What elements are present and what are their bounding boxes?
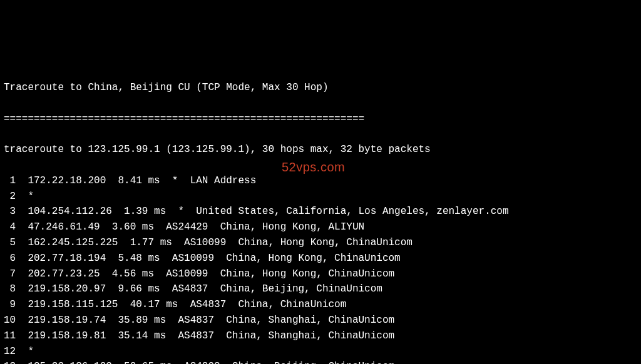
hop-row: 5 162.245.125.225 1.77 ms AS10099 China,… bbox=[4, 235, 637, 251]
hop-row: 11 219.158.19.81 35.14 ms AS4837 China, … bbox=[4, 328, 637, 344]
title-line: Traceroute to China, Beijing CU (TCP Mod… bbox=[4, 80, 637, 96]
hop-row: 1 172.22.18.200 8.41 ms * LAN Address bbox=[4, 173, 637, 189]
hop-row: 8 219.158.20.97 9.66 ms AS4837 China, Be… bbox=[4, 281, 637, 297]
hop-row: 4 47.246.61.49 3.60 ms AS24429 China, Ho… bbox=[4, 220, 637, 235]
hop-row: 6 202.77.18.194 5.48 ms AS10099 China, H… bbox=[4, 251, 637, 266]
divider-line: ========================================… bbox=[4, 111, 637, 127]
hop-row: 9 219.158.115.125 40.17 ms AS4837 China,… bbox=[4, 297, 637, 313]
hop-row: 3 104.254.112.26 1.39 ms * United States… bbox=[4, 204, 637, 220]
hop-row: 13 125.33.186.122 52.65 ms AS4808 China,… bbox=[4, 359, 637, 364]
hop-list: 1 172.22.18.200 8.41 ms * LAN Address 2 … bbox=[4, 173, 637, 364]
hop-row: 12 * bbox=[4, 344, 637, 360]
summary-line: traceroute to 123.125.99.1 (123.125.99.1… bbox=[4, 142, 637, 158]
hop-row: 10 219.158.19.74 35.89 ms AS4837 China, … bbox=[4, 313, 637, 328]
terminal-output: Traceroute to China, Beijing CU (TCP Mod… bbox=[4, 64, 637, 364]
hop-row: 2 * bbox=[4, 189, 637, 205]
hop-row: 7 202.77.23.25 4.56 ms AS10099 China, Ho… bbox=[4, 266, 637, 282]
